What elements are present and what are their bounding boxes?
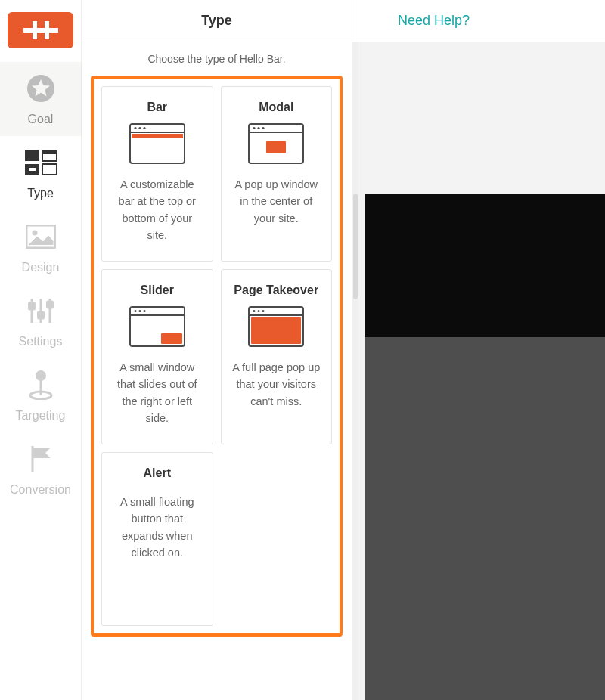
card-title: Page Takeover	[234, 283, 318, 297]
svg-rect-28	[132, 134, 183, 138]
preview-band-dark	[365, 194, 605, 337]
svg-rect-18	[47, 302, 52, 308]
type-card-takeover[interactable]: Page Takeover A full page pop up that yo…	[221, 269, 333, 444]
svg-rect-7	[42, 150, 57, 154]
sidebar-item-targeting[interactable]: Targeting	[0, 358, 81, 432]
svg-point-39	[143, 310, 145, 312]
card-title: Modal	[259, 101, 293, 114]
svg-point-38	[138, 310, 141, 312]
sidebar-item-goal[interactable]: Goal	[0, 62, 81, 136]
svg-point-33	[262, 127, 265, 129]
type-card-alert[interactable]: Alert A small floating button that expan…	[101, 452, 213, 626]
svg-point-26	[138, 127, 141, 129]
help-link[interactable]: Need Help?	[398, 13, 470, 29]
sidebar-item-label: Settings	[19, 335, 63, 348]
card-description: A small floating button that expands whe…	[110, 494, 205, 562]
card-description: A small window that slides out of the ri…	[110, 359, 205, 427]
image-icon	[24, 220, 57, 253]
svg-point-44	[258, 310, 260, 312]
hellobar-logo-icon	[23, 21, 58, 39]
type-card-modal[interactable]: Modal A pop up window in the center of y…	[221, 86, 333, 262]
sidebar: Goal Type	[0, 0, 82, 700]
sidebar-item-label: Type	[27, 187, 54, 200]
svg-rect-9	[29, 168, 36, 171]
svg-rect-5	[25, 150, 39, 161]
type-card-bar[interactable]: Bar A customizable bar at the top or bot…	[101, 86, 213, 262]
svg-rect-23	[130, 124, 185, 163]
svg-rect-14	[29, 303, 34, 309]
svg-point-43	[253, 310, 256, 312]
star-circle-icon	[24, 72, 57, 105]
preview-scrollbar-track[interactable]	[352, 42, 358, 700]
slider-preview-icon	[129, 306, 185, 347]
card-title: Alert	[144, 466, 171, 480]
brand-logo[interactable]	[8, 12, 73, 48]
svg-rect-34	[266, 141, 286, 153]
svg-point-31	[253, 127, 256, 129]
svg-point-25	[134, 127, 136, 129]
svg-rect-46	[251, 317, 301, 344]
svg-rect-16	[38, 312, 43, 318]
card-description: A customizable bar at the top or bottom …	[110, 176, 205, 244]
card-title: Slider	[141, 283, 174, 297]
right-header: Need Help?	[352, 0, 605, 42]
modal-preview-icon	[248, 123, 304, 164]
type-card-grid: Bar A customizable bar at the top or bot…	[101, 86, 332, 626]
sliders-icon	[24, 294, 57, 327]
type-grid-icon	[24, 146, 57, 179]
panel-subtitle: Choose the type of Hello Bar.	[82, 48, 352, 71]
app-root: Goal Type	[0, 0, 605, 700]
sidebar-item-type[interactable]: Type	[0, 136, 81, 210]
preview-scrollbar-thumb[interactable]	[353, 194, 358, 299]
svg-rect-1	[33, 21, 37, 39]
flag-icon	[24, 442, 57, 475]
svg-point-37	[134, 310, 136, 312]
target-pin-icon	[24, 368, 57, 401]
panel-header: Type	[82, 0, 352, 42]
sidebar-item-label: Targeting	[16, 409, 66, 423]
preview-area	[352, 42, 605, 700]
preview-band-grey	[365, 337, 605, 700]
svg-point-32	[258, 127, 260, 129]
svg-point-21	[36, 370, 46, 381]
sidebar-item-label: Conversion	[10, 483, 71, 497]
sidebar-item-settings[interactable]: Settings	[0, 284, 81, 358]
svg-rect-2	[45, 21, 49, 39]
sidebar-item-label: Goal	[28, 113, 54, 126]
svg-rect-10	[42, 164, 57, 175]
sidebar-nav: Goal Type	[0, 62, 81, 506]
svg-point-45	[262, 310, 265, 312]
right-pane: Need Help?	[352, 0, 605, 700]
type-card-highlight-frame: Bar A customizable bar at the top or bot…	[91, 76, 343, 637]
card-description: A full page pop up that your visitors ca…	[229, 359, 324, 410]
card-description: A pop up window in the center of your si…	[229, 176, 324, 227]
sidebar-item-design[interactable]: Design	[0, 210, 81, 284]
svg-rect-0	[23, 28, 58, 33]
svg-rect-40	[161, 333, 182, 344]
bar-preview-icon	[129, 123, 185, 164]
type-panel: Type Choose the type of Hello Bar. Bar A…	[82, 0, 352, 700]
type-card-slider[interactable]: Slider A small window that slides out of…	[101, 269, 213, 444]
sidebar-item-conversion[interactable]: Conversion	[0, 432, 81, 506]
takeover-preview-icon	[248, 306, 304, 347]
svg-point-12	[32, 230, 37, 235]
panel-title: Type	[201, 13, 232, 29]
svg-point-27	[143, 127, 145, 129]
card-title: Bar	[147, 101, 167, 114]
sidebar-item-label: Design	[22, 261, 60, 274]
